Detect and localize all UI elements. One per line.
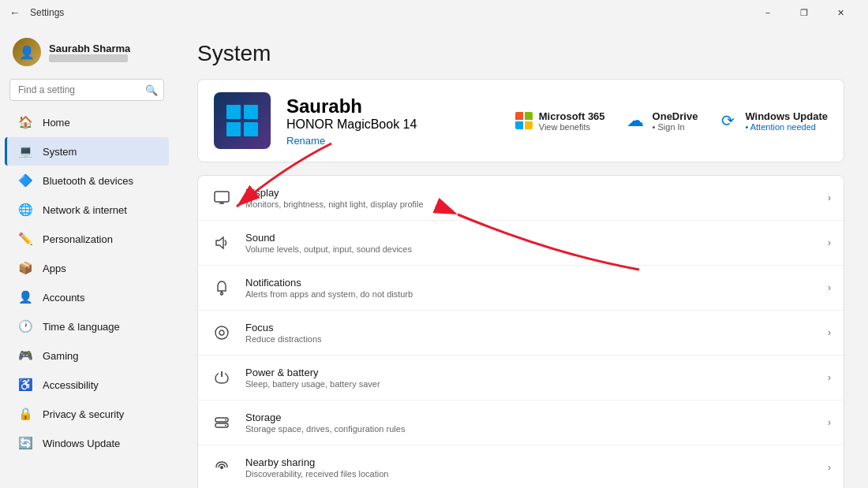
sidebar-item-personalization[interactable]: ✏️ Personalization [5, 225, 169, 253]
settings-title-sound: Sound [245, 232, 815, 244]
sidebar-item-accessibility[interactable]: ♿ Accessibility [5, 371, 169, 399]
sidebar-email [49, 54, 128, 62]
settings-text-nearby: Nearby sharing Discoverability, received… [245, 456, 815, 479]
minimize-button[interactable]: − [750, 0, 786, 25]
nav-icon-accounts: 👤 [17, 289, 33, 305]
service-sub-winupdate: • Attention needed [745, 122, 828, 132]
svg-rect-4 [215, 192, 229, 202]
settings-icon-sound [211, 232, 233, 254]
sidebar-profile-info: Saurabh Sharma [49, 43, 130, 62]
profile-image [214, 92, 271, 149]
sidebar-item-network[interactable]: 🌐 Network & internet [5, 196, 169, 224]
service-winupdate[interactable]: ⟳ Windows Update • Attention needed [716, 110, 828, 132]
nav-label-time: Time & language [43, 321, 120, 333]
settings-desc-nearby: Discoverability, received files location [245, 469, 815, 479]
back-icon[interactable]: ← [9, 6, 21, 19]
nav-icon-privacy: 🔒 [17, 406, 33, 422]
nav-label-accounts: Accounts [43, 292, 84, 304]
sidebar-username: Saurabh Sharma [49, 43, 130, 54]
nav-label-network: Network & internet [43, 204, 127, 216]
sidebar-item-system[interactable]: 💻 System [5, 137, 169, 166]
service-name-winupdate: Windows Update [745, 110, 828, 122]
settings-title-nearby: Nearby sharing [245, 456, 815, 468]
svg-point-16 [225, 425, 226, 427]
avatar: 👤 [13, 38, 41, 66]
settings-icon-focus [211, 322, 233, 344]
settings-desc-notifications: Alerts from apps and system, do not dist… [245, 289, 815, 299]
settings-desc-sound: Volume levels, output, input, sound devi… [245, 244, 815, 254]
profile-image-inner [214, 92, 271, 149]
profile-services: Microsoft 365 View benefits ☁ OneDrive •… [515, 110, 828, 132]
nav-icon-windows_update: 🔄 [17, 435, 33, 451]
sidebar-item-privacy[interactable]: 🔒 Privacy & security [5, 400, 169, 428]
chevron-icon-power: › [828, 372, 831, 383]
svg-rect-1 [244, 105, 258, 119]
service-onedrive[interactable]: ☁ OneDrive • Sign In [624, 110, 698, 132]
nav-label-gaming: Gaming [43, 350, 79, 362]
service-text-onedrive: OneDrive • Sign In [653, 110, 698, 132]
rename-link[interactable]: Rename [286, 135, 417, 147]
sidebar-item-windows_update[interactable]: 🔄 Windows Update [5, 429, 169, 457]
settings-desc-focus: Reduce distractions [245, 334, 815, 344]
settings-item-focus[interactable]: Focus Reduce distractions › [198, 311, 844, 356]
settings-item-nearby[interactable]: Nearby sharing Discoverability, received… [198, 445, 844, 488]
nav-label-privacy: Privacy & security [43, 408, 124, 420]
settings-text-sound: Sound Volume levels, output, input, soun… [245, 232, 815, 254]
close-button[interactable]: ✕ [822, 0, 859, 25]
chevron-icon-notifications: › [828, 282, 831, 293]
app-body: 👤 Saurabh Sharma 🔍 🏠 Home 💻 System 🔷 Blu… [0, 25, 868, 488]
settings-icon-nearby [211, 456, 233, 479]
settings-item-display[interactable]: Display Monitors, brightness, night ligh… [198, 176, 844, 221]
windows-logo [225, 103, 260, 138]
chevron-icon-sound: › [828, 237, 831, 248]
settings-desc-storage: Storage space, drives, configuration rul… [245, 424, 815, 434]
settings-title-power: Power & battery [245, 367, 815, 378]
sidebar-item-apps[interactable]: 📦 Apps [5, 254, 169, 282]
profile-name: Saurabh [286, 95, 417, 117]
nav-icon-apps: 📦 [17, 260, 33, 276]
settings-text-focus: Focus Reduce distractions [245, 322, 815, 344]
sidebar-item-gaming[interactable]: 🎮 Gaming [5, 341, 169, 370]
settings-title-focus: Focus [245, 322, 815, 333]
profile-card: Saurabh HONOR MagicBook 14 Rename Micros… [197, 79, 844, 162]
nav-icon-bluetooth: 🔷 [17, 173, 33, 188]
titlebar-controls: − ❐ ✕ [750, 0, 859, 25]
nav-icon-gaming: 🎮 [17, 348, 33, 363]
nav-label-personalization: Personalization [43, 233, 113, 245]
sidebar-item-accounts[interactable]: 👤 Accounts [5, 283, 169, 311]
service-ms365[interactable]: Microsoft 365 View benefits [515, 110, 605, 132]
nav-icon-personalization: ✏️ [17, 231, 33, 247]
nav-icon-system: 💻 [17, 143, 33, 159]
restore-button[interactable]: ❐ [786, 0, 822, 25]
svg-rect-0 [226, 105, 241, 119]
sidebar-item-time[interactable]: 🕐 Time & language [5, 312, 169, 341]
settings-item-sound[interactable]: Sound Volume levels, output, input, soun… [198, 221, 844, 266]
sidebar-item-bluetooth[interactable]: 🔷 Bluetooth & devices [5, 166, 169, 195]
sidebar-item-home[interactable]: 🏠 Home [5, 108, 169, 136]
settings-item-power[interactable]: Power & battery Sleep, battery usage, ba… [198, 356, 844, 400]
sidebar-profile: 👤 Saurabh Sharma [0, 32, 174, 79]
chevron-icon-focus: › [828, 327, 831, 338]
settings-list: Display Monitors, brightness, night ligh… [197, 175, 844, 488]
settings-text-storage: Storage Storage space, drives, configura… [245, 412, 815, 434]
settings-icon-power [211, 367, 233, 389]
service-sub-onedrive: • Sign In [653, 122, 698, 132]
nav-label-home: Home [43, 117, 70, 129]
search-input[interactable] [9, 79, 164, 101]
settings-title-notifications: Notifications [245, 277, 815, 289]
search-icon: 🔍 [145, 84, 158, 96]
settings-icon-notifications [211, 277, 233, 299]
nav-icon-time: 🕐 [17, 319, 33, 334]
main-content: System Saurabh HONOR MagicBook 14 Rename [174, 25, 868, 488]
settings-item-notifications[interactable]: Notifications Alerts from apps and syste… [198, 266, 844, 311]
settings-title-display: Display [245, 187, 815, 199]
service-text-winupdate: Windows Update • Attention needed [745, 110, 828, 132]
service-sub-ms365: View benefits [539, 122, 605, 132]
svg-point-15 [225, 419, 226, 421]
chevron-icon-display: › [828, 192, 831, 203]
settings-desc-power: Sleep, battery usage, battery saver [245, 379, 815, 389]
sidebar: 👤 Saurabh Sharma 🔍 🏠 Home 💻 System 🔷 Blu… [0, 25, 174, 488]
winupdate-icon: ⟳ [716, 110, 739, 132]
service-name-onedrive: OneDrive [653, 110, 698, 122]
settings-item-storage[interactable]: Storage Storage space, drives, configura… [198, 400, 844, 445]
